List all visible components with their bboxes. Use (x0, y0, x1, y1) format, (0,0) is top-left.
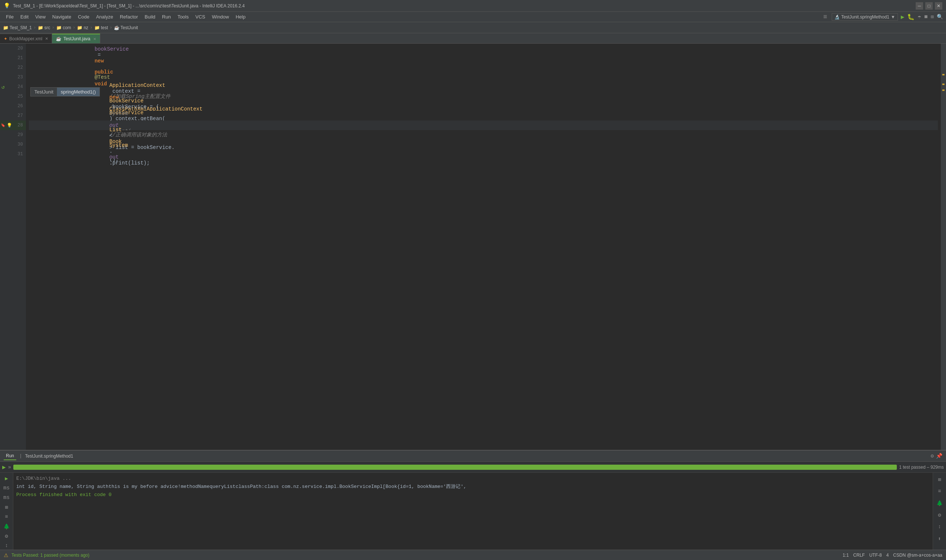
window-controls[interactable]: ─ □ ✕ (916, 2, 942, 9)
run-button[interactable]: ▶ (901, 13, 904, 21)
maximize-button[interactable]: □ (925, 2, 933, 9)
popup-method[interactable]: springMethod1() (57, 88, 100, 96)
run-side-btn-tree[interactable]: 🌲 (2, 522, 12, 531)
breadcrumb-src[interactable]: 📁 src (38, 25, 50, 30)
run-panel: Run | TestJunit.springMethod1 ⚙ 📌 ▶ » 1 … (0, 450, 946, 550)
run-side-btn-1[interactable]: ▶ (2, 474, 12, 482)
tab-testjunit[interactable]: ☕ TestJunit.java ✕ (52, 34, 100, 43)
nav-sep-1: › (33, 25, 36, 30)
menu-navigate[interactable]: Navigate (49, 13, 74, 21)
nav-sep-2: › (52, 25, 55, 30)
run-panel-settings[interactable]: ⚙ (931, 453, 934, 459)
right-tool-3[interactable]: 🌲 (935, 498, 945, 508)
right-tool-6[interactable]: ⬆ (935, 533, 945, 544)
code-line-21: BookService bookService = new BookServic… (29, 53, 938, 63)
menu-refactor[interactable]: Refactor (117, 13, 141, 21)
debug-button[interactable]: 🐛 (907, 13, 915, 21)
window-title: Test_SM_1 - [E:\WorkSpaceIdeal\Test_SM_1… (13, 3, 245, 9)
xml-icon: ✦ (4, 36, 8, 42)
line-gutter: 20 21 22 23 ↺ (0, 44, 26, 450)
code-line-27: BookService bookService = ( BookService … (29, 111, 938, 120)
nav-sep-3: › (72, 25, 75, 30)
status-crlf[interactable]: CRLF (853, 552, 864, 558)
breadcrumb-com[interactable]: 📁 com (56, 25, 71, 30)
code-line-31: System . out .print(list); (29, 149, 938, 159)
code-line-30: List < Book > list = bookService. queryL… (29, 140, 938, 149)
run-gutter-icon-24[interactable]: ↺ (2, 84, 5, 90)
breadcrumb-project-name: Test_SM_1 (9, 25, 32, 30)
status-indent: 4 (886, 552, 889, 558)
run-side-btn-2[interactable]: ms (2, 484, 12, 492)
menu-view[interactable]: View (32, 13, 48, 21)
status-warning-icon: ⚠ (4, 552, 9, 558)
right-tool-5[interactable]: ↕ (935, 522, 945, 532)
breadcrumb-test[interactable]: 📁 test (94, 25, 108, 30)
menu-build[interactable]: Build (142, 13, 158, 21)
right-panel-tools: ⊞ ≡ 🌲 ⚙ ↕ ⬆ (933, 473, 946, 550)
progress-bar-wrap (13, 465, 897, 470)
run-side-btn-bottom[interactable]: ⊞ (2, 503, 12, 511)
expand-more[interactable]: » (8, 464, 11, 470)
java-tab-icon: ☕ (56, 36, 62, 42)
tab-bookmapper-label: BookMapper.xml (9, 36, 42, 42)
run-side-btn-list[interactable]: ≡ (2, 513, 12, 521)
com-folder-icon: 📁 (56, 25, 62, 30)
gutter-25: 25 (0, 92, 26, 101)
layout-button[interactable]: ⊞ (931, 14, 934, 20)
popup-class[interactable]: TestJunit (31, 88, 57, 96)
close-button[interactable]: ✕ (935, 2, 942, 9)
menu-bar: File Edit View Navigate Code Analyze Ref… (0, 12, 946, 22)
scroll-marker-3 (942, 89, 944, 91)
status-left: ⚠ Tests Passed: 1 passed (moments ago) (4, 552, 89, 558)
run-config-name: TestJunit.springMethod1 (841, 14, 889, 20)
right-tool-4[interactable]: ⚙ (935, 510, 945, 520)
breadcrumb-project[interactable]: 📁 Test_SM_1 (3, 25, 32, 30)
breadcrumb-src-name: src (45, 25, 50, 30)
menu-tools[interactable]: Tools (174, 13, 191, 21)
run-tab-run[interactable]: Run (4, 452, 16, 460)
breadcrumb-nz[interactable]: 📁 nz (77, 25, 88, 30)
run-sidebar: ▶ ms ms ⊞ ≡ 🌲 ⚙ ↕ (0, 473, 13, 550)
menu-analyze[interactable]: Analyze (93, 13, 116, 21)
tab-bookmapper[interactable]: ✦ BookMapper.xml ✕ (0, 34, 52, 43)
run-config-selector[interactable]: 🔬 TestJunit.springMethod1 ▼ (832, 13, 898, 21)
tab-testjunit-close[interactable]: ✕ (93, 37, 96, 41)
run-side-btn-expand[interactable]: ↕ (2, 542, 12, 550)
gutter-24: ↺ 24 (0, 82, 26, 92)
minimize-button[interactable]: ─ (916, 2, 923, 9)
right-scrollbar[interactable] (941, 44, 946, 450)
menu-run[interactable]: Run (159, 13, 174, 21)
menu-file[interactable]: File (3, 13, 17, 21)
status-position[interactable]: 1:1 (843, 552, 849, 558)
bookmark-gutter-icon-28: 🔖 (1, 123, 5, 128)
toolbar-right: ≡ 🔬 TestJunit.springMethod1 ▼ ▶ 🐛 ☂ ■ ⊞ … (823, 13, 943, 21)
structure-icon[interactable]: ≡ (823, 13, 827, 21)
breadcrumb-junit[interactable]: ☕ TestJunit (114, 25, 138, 30)
run-panel-pin[interactable]: 📌 (936, 453, 942, 459)
status-bar: ⚠ Tests Passed: 1 passed (moments ago) 1… (0, 550, 946, 560)
breadcrumb-bar: 📁 Test_SM_1 › 📁 src › 📁 com › 📁 nz › 📁 t… (0, 22, 946, 33)
menu-edit[interactable]: Edit (17, 13, 31, 21)
right-tool-2[interactable]: ≡ (935, 486, 945, 497)
editor-tabs: ✦ BookMapper.xml ✕ ☕ TestJunit.java ✕ (0, 33, 946, 44)
right-tool-1[interactable]: ⊞ (935, 474, 945, 485)
gutter-29: 29 (0, 130, 26, 140)
menu-code[interactable]: Code (75, 13, 92, 21)
status-message: Tests Passed: 1 passed (moments ago) (11, 552, 89, 558)
stop-button[interactable]: ■ (924, 14, 928, 20)
gutter-23: 23 (0, 72, 26, 82)
status-charset[interactable]: UTF-8 (869, 552, 882, 558)
run-side-btn-3[interactable]: ms (2, 494, 12, 502)
lightbulb-gutter-icon-28[interactable]: 💡 (7, 123, 12, 128)
editor-run-split: 20 21 22 23 ↺ (0, 44, 946, 550)
search-everywhere-button[interactable]: 🔍 (937, 14, 943, 20)
rerun-button[interactable]: ▶ (2, 463, 6, 471)
title-bar-left: 💡 Test_SM_1 - [E:\WorkSpaceIdeal\Test_SM… (4, 3, 245, 9)
run-coverage-button[interactable]: ☂ (918, 13, 921, 21)
tab-bookmapper-close[interactable]: ✕ (45, 37, 48, 41)
menu-window[interactable]: Window (209, 13, 232, 21)
menu-help[interactable]: Help (233, 13, 248, 21)
run-side-btn-settings[interactable]: ⚙ (2, 532, 12, 540)
menu-vcs[interactable]: VCS (192, 13, 208, 21)
gutter-26: 26 (0, 101, 26, 111)
